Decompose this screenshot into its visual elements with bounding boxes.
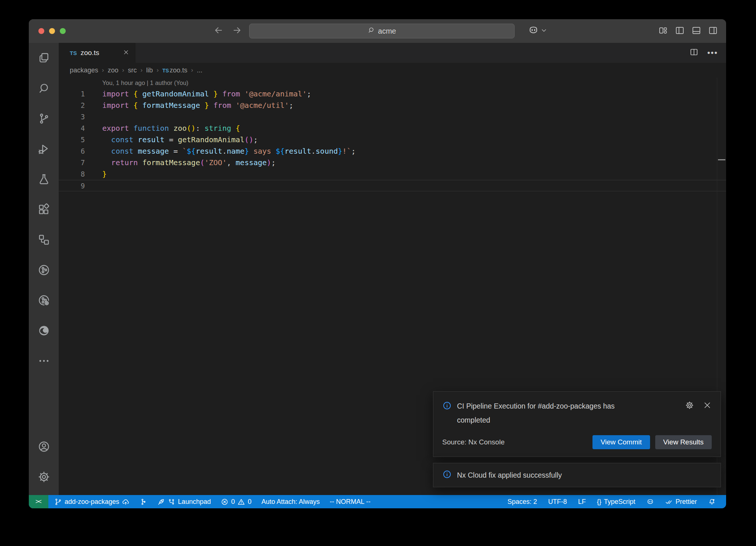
bell-dot-icon — [708, 498, 716, 506]
status-label: -- NORMAL -- — [330, 498, 370, 506]
notification-close-icon[interactable] — [703, 401, 712, 411]
status-item-encoding[interactable]: UTF-8 — [548, 498, 567, 506]
code-line[interactable]: 1import { getRandomAnimal } from '@acme/… — [59, 88, 726, 100]
status-item-git-graph[interactable] — [140, 498, 147, 506]
line-content: return formatMessage('ZOO', message); — [85, 157, 726, 168]
more-actions-icon[interactable]: ••• — [707, 51, 718, 55]
status-item-vim-mode[interactable]: -- NORMAL -- — [330, 498, 370, 506]
explorer-icon[interactable] — [29, 43, 59, 73]
status-item-auto-attach[interactable]: Auto Attach: Always — [261, 498, 320, 506]
code-line[interactable]: 4export function zoo(): string { — [59, 123, 726, 134]
breadcrumb-item[interactable]: TS zoo.ts — [162, 66, 188, 74]
status-item-notifications-bell[interactable] — [708, 498, 716, 506]
code-line[interactable]: 3 — [59, 111, 726, 123]
info-icon — [442, 401, 452, 412]
tab-label: zoo.ts — [80, 49, 99, 57]
nx-cloud-icon[interactable] — [29, 285, 59, 315]
close-window-button[interactable] — [38, 28, 44, 34]
code-line[interactable]: 8} — [59, 168, 726, 180]
status-label: {} — [597, 498, 601, 506]
search-icon — [368, 27, 375, 35]
notification-toast: CI Pipeline Execution for #add-zoo-packa… — [433, 391, 721, 457]
notification-message: Nx Cloud fix applied successfully — [457, 470, 562, 480]
tab-bar: TS zoo.ts ••• — [59, 43, 726, 63]
line-content: const message = `${result.name} says ${r… — [85, 146, 726, 157]
minimize-window-button[interactable] — [49, 28, 55, 34]
view-commit-button[interactable]: View Commit — [592, 435, 650, 449]
close-tab-icon[interactable] — [123, 49, 129, 57]
back-icon[interactable] — [213, 25, 224, 37]
line-number[interactable]: 9 — [59, 180, 85, 191]
extensions-icon[interactable] — [29, 194, 59, 225]
code-line[interactable]: 6 const message = `${result.name} says $… — [59, 146, 726, 157]
copilot-icon[interactable] — [528, 25, 539, 37]
status-label: add-zoo-packages — [65, 498, 119, 506]
more-icon[interactable] — [29, 346, 59, 376]
status-label: 0 — [248, 498, 251, 506]
search-icon[interactable] — [29, 73, 59, 103]
line-content — [85, 111, 726, 123]
project-structure-icon[interactable] — [29, 225, 59, 255]
vscode-window: acme TS zoo.ts — [29, 19, 726, 508]
status-item-copilot[interactable] — [646, 498, 654, 506]
status-label: UTF-8 — [548, 498, 567, 506]
chevron-down-icon[interactable] — [541, 27, 547, 35]
zoom-window-button[interactable] — [60, 28, 66, 34]
status-item-problems[interactable]: 00 — [221, 498, 251, 506]
account-icon[interactable] — [29, 431, 59, 462]
remote-indicator[interactable]: >< — [29, 495, 48, 508]
testing-icon[interactable] — [29, 164, 59, 194]
status-item-git-branch[interactable]: add-zoo-packages — [54, 498, 130, 506]
code-line[interactable]: 2import { formatMessage } from '@acme/ut… — [59, 100, 726, 111]
line-number[interactable]: 2 — [59, 100, 85, 111]
forward-icon[interactable] — [232, 25, 242, 37]
line-number[interactable]: 5 — [59, 134, 85, 146]
info-icon — [442, 470, 452, 481]
toggle-primary-sidebar-icon[interactable] — [675, 25, 685, 37]
command-center-search[interactable]: acme — [249, 24, 515, 38]
toggle-secondary-sidebar-icon[interactable] — [708, 25, 718, 37]
view-results-button[interactable]: View Results — [655, 435, 712, 449]
typescript-file-icon: TS — [70, 50, 77, 56]
breadcrumb-item[interactable]: src — [128, 66, 137, 74]
line-number[interactable]: 8 — [59, 168, 85, 180]
run-debug-icon[interactable] — [29, 134, 59, 164]
edge-tools-icon[interactable] — [29, 315, 59, 346]
settings-icon[interactable] — [29, 462, 59, 492]
code-line[interactable]: 5 const result = getRandomAnimal(); — [59, 134, 726, 146]
line-number[interactable]: 7 — [59, 157, 85, 168]
source-control-icon[interactable] — [29, 103, 59, 134]
code-line[interactable]: 9 — [59, 180, 726, 191]
git-graph-icon — [140, 498, 147, 506]
line-content: export function zoo(): string { — [85, 123, 726, 134]
line-number[interactable]: 6 — [59, 146, 85, 157]
breadcrumb-item[interactable]: zoo — [108, 66, 118, 74]
split-editor-icon[interactable] — [690, 48, 698, 58]
nx-console-icon[interactable] — [29, 255, 59, 285]
breadcrumb-item[interactable]: lib — [146, 66, 153, 74]
status-label: Spaces: 2 — [508, 498, 537, 506]
search-query: acme — [378, 27, 396, 35]
status-item-prettier[interactable]: Prettier — [665, 498, 697, 506]
git-branch-icon — [54, 498, 62, 506]
notification-settings-icon[interactable] — [685, 401, 694, 411]
status-item-language-mode[interactable]: {}TypeScript — [597, 498, 635, 506]
line-number[interactable]: 1 — [59, 88, 85, 100]
code-line[interactable]: 7 return formatMessage('ZOO', message); — [59, 157, 726, 168]
cloud-upload-icon — [122, 498, 130, 506]
toggle-panel-icon[interactable] — [691, 25, 701, 37]
status-item-eol[interactable]: LF — [578, 498, 586, 506]
line-number[interactable]: 4 — [59, 123, 85, 134]
git-blame-codelens[interactable]: You, 1 hour ago | 1 author (You) — [59, 78, 726, 88]
customize-layout-icon[interactable] — [658, 25, 668, 37]
status-item-indentation[interactable]: Spaces: 2 — [508, 498, 537, 506]
breadcrumb-item[interactable]: packages — [70, 66, 98, 74]
line-number[interactable]: 3 — [59, 111, 85, 123]
line-content: const result = getRandomAnimal(); — [85, 134, 726, 146]
tab-zoo-ts[interactable]: TS zoo.ts — [59, 43, 135, 63]
status-item-launchpad[interactable]: Launchpad — [157, 498, 211, 506]
breadcrumb-item[interactable]: ... — [197, 66, 202, 74]
notification-toast: Nx Cloud fix applied successfully — [433, 463, 721, 487]
status-label: TypeScript — [604, 498, 635, 506]
notification-message: CI Pipeline Execution for #add-zoo-packa… — [457, 399, 642, 427]
